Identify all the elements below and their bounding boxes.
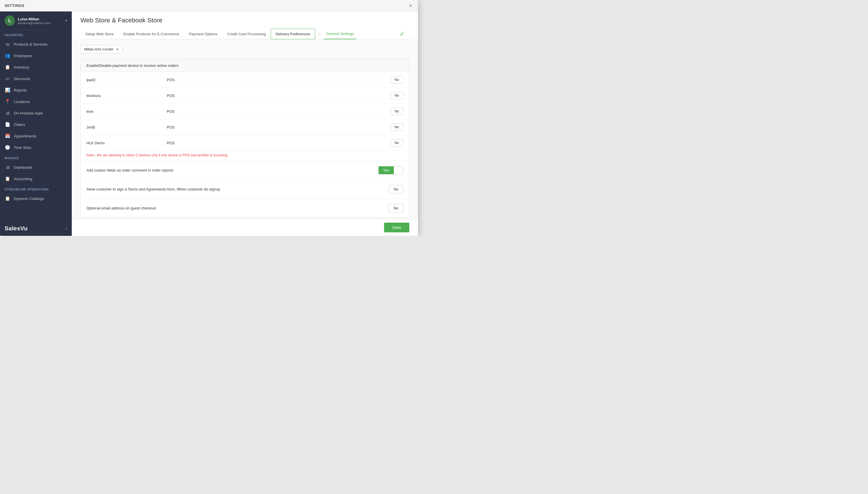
- user-name: Luisa Millan: [18, 17, 66, 21]
- email-toggle-button[interactable]: No: [389, 204, 403, 212]
- device-note: Note:- We are allowing to select 2 devic…: [81, 151, 409, 160]
- settings-row-email: Optional email address on guest checkout…: [81, 198, 409, 217]
- main-content: Web Store & Facebook Store Setup Web Sto…: [72, 12, 418, 236]
- device-toggle[interactable]: No: [390, 139, 403, 147]
- location-value: Millan Arts Center: [84, 47, 114, 51]
- tab-general-settings[interactable]: General Settings: [324, 29, 356, 39]
- device-name: JonB: [87, 125, 167, 129]
- toggle-no-button[interactable]: [394, 169, 403, 172]
- modal-title: SETTINGS: [5, 3, 24, 8]
- device-row: HLK Demo POS No: [81, 135, 409, 151]
- sidebar-item-reports[interactable]: 📊 Reports: [0, 84, 72, 96]
- tab-enable-products[interactable]: Enable Products for E-Commerce: [118, 29, 184, 39]
- employees-icon: 👥: [5, 53, 10, 58]
- device-type: POS: [167, 125, 390, 129]
- device-row: ipad2 POS No: [81, 72, 409, 88]
- modal-body: L Luisa Millan tessitura@salesvu.com ▾ F…: [0, 12, 418, 236]
- content-header: Web Store & Facebook Store Setup Web Sto…: [72, 12, 418, 39]
- sidebar-item-dashboard[interactable]: 🖥 Dashboard: [0, 162, 72, 173]
- sidebar-item-label: Dashboard: [14, 165, 32, 170]
- toggle-no-button[interactable]: No: [391, 124, 403, 131]
- section-header: Enable/Disable payment device to receive…: [81, 59, 409, 72]
- toggle-no-button[interactable]: No: [391, 108, 403, 115]
- toggle-yes-button[interactable]: Yes: [378, 166, 394, 174]
- modal-close-button[interactable]: ×: [408, 3, 413, 8]
- device-name: tese: [87, 109, 167, 114]
- accounting-icon: 📋: [5, 176, 10, 182]
- device-row: JonB POS No: [81, 119, 409, 135]
- check-circle-icon: ✓: [400, 31, 405, 38]
- tab-credit-card[interactable]: Credit Card Processing: [222, 29, 271, 39]
- device-type: POS: [167, 109, 390, 114]
- settings-modal: SETTINGS × L Luisa Millan tessitura@sale…: [0, 0, 418, 236]
- time-slots-icon: 🕐: [5, 145, 10, 150]
- products-icon: 🛍: [5, 41, 10, 47]
- reports-icon: 📊: [5, 87, 10, 93]
- device-name: ipad2: [87, 78, 167, 82]
- tab-delivery-preferences[interactable]: Delivery Preferences: [271, 29, 315, 39]
- location-dropdown[interactable]: Millan Arts Center ▼: [80, 45, 123, 53]
- sidebar-item-label: Dynamic Catalogs: [14, 196, 44, 201]
- sidebar-item-products[interactable]: 🛍 Products & Services: [0, 38, 72, 50]
- sidebar-footer: SalesVu ‹: [0, 221, 72, 236]
- inventory-icon: 📋: [5, 64, 10, 70]
- sidebar-item-appointments[interactable]: 📅 Appointments: [0, 130, 72, 142]
- terms-toggle-button[interactable]: No: [389, 185, 403, 193]
- chevron-down-icon: ▾: [66, 19, 67, 23]
- appointments-icon: 📅: [5, 133, 10, 139]
- sidebar-collapse-button[interactable]: ‹: [66, 226, 67, 231]
- sidebar-item-label: Inventory: [14, 65, 29, 70]
- sidebar-item-orders[interactable]: 📄 Orders: [0, 119, 72, 130]
- sidebar-item-label: Discounts: [14, 77, 30, 81]
- tab-setup-web-store[interactable]: Setup Web Store: [80, 29, 118, 39]
- sidebar-item-employees[interactable]: 👥 Employees: [0, 50, 72, 61]
- device-type: POS: [167, 94, 390, 98]
- settings-row-terms: Allow customer to sign a Terms and Agree…: [81, 179, 409, 198]
- device-toggle[interactable]: No: [390, 124, 403, 131]
- sidebar: L Luisa Millan tessitura@salesvu.com ▾ F…: [0, 12, 72, 236]
- chevron-down-icon: ▼: [116, 48, 119, 51]
- salesvu-logo: SalesVu: [5, 225, 28, 232]
- settings-row-label: Allow customer to sign a Terms and Agree…: [87, 187, 389, 191]
- sidebar-item-time-slots[interactable]: 🕐 Time Slots: [0, 142, 72, 153]
- user-info: Luisa Millan tessitura@salesvu.com: [18, 17, 66, 25]
- custom-fields-toggle[interactable]: Yes: [378, 166, 403, 174]
- tab-payment-options[interactable]: Payment Options: [184, 29, 222, 39]
- sidebar-item-label: Locations: [14, 99, 30, 104]
- toggle-no-button[interactable]: No: [391, 76, 403, 83]
- save-button[interactable]: Save: [384, 223, 409, 232]
- streamline-section-label: STREAMLINE OPERATIONS: [0, 185, 72, 193]
- manage-section-label: MANAGE: [0, 153, 72, 162]
- device-name: HLK Demo: [87, 141, 167, 145]
- sidebar-item-label: Appointments: [14, 134, 37, 138]
- toggle-no-button[interactable]: No: [391, 92, 403, 99]
- sidebar-item-label: Accounting: [14, 177, 32, 181]
- device-toggle[interactable]: No: [390, 108, 403, 115]
- sidebar-item-discounts[interactable]: 🏷 Discounts: [0, 73, 72, 84]
- device-toggle[interactable]: No: [390, 76, 403, 83]
- device-row: tese POS No: [81, 103, 409, 119]
- page-title: Web Store & Facebook Store: [80, 17, 409, 24]
- modal-header: SETTINGS ×: [0, 0, 418, 12]
- device-type: POS: [167, 141, 390, 145]
- sidebar-item-label: On-Premise Apps: [14, 111, 43, 115]
- tabs-row: Setup Web Store Enable Products for E-Co…: [80, 29, 409, 39]
- toggle-no-button[interactable]: No: [391, 139, 403, 146]
- sidebar-item-inventory[interactable]: 📋 Inventory: [0, 61, 72, 73]
- discounts-icon: 🏷: [5, 76, 10, 81]
- device-row: tessitura POS No: [81, 88, 409, 103]
- sidebar-item-label: Orders: [14, 122, 25, 127]
- sidebar-item-label: Products & Services: [14, 42, 48, 46]
- sidebar-item-on-premise-apps[interactable]: 🖥 On-Premise Apps: [0, 107, 72, 119]
- star-icon[interactable]: ☆: [316, 29, 322, 39]
- settings-row-label: Optional email address on guest checkout: [87, 206, 389, 210]
- sidebar-item-accounting[interactable]: 📋 Accounting: [0, 173, 72, 185]
- sidebar-user[interactable]: L Luisa Millan tessitura@salesvu.com ▾: [0, 12, 72, 30]
- device-type: POS: [167, 78, 390, 82]
- locations-icon: 📍: [5, 99, 10, 104]
- sidebar-item-dynamic-catalogs[interactable]: 📋 Dynamic Catalogs: [0, 193, 72, 204]
- sidebar-item-locations[interactable]: 📍 Locations: [0, 96, 72, 107]
- device-toggle[interactable]: No: [390, 92, 403, 99]
- sidebar-item-label: Employees: [14, 54, 32, 58]
- dynamic-catalogs-icon: 📋: [5, 196, 10, 202]
